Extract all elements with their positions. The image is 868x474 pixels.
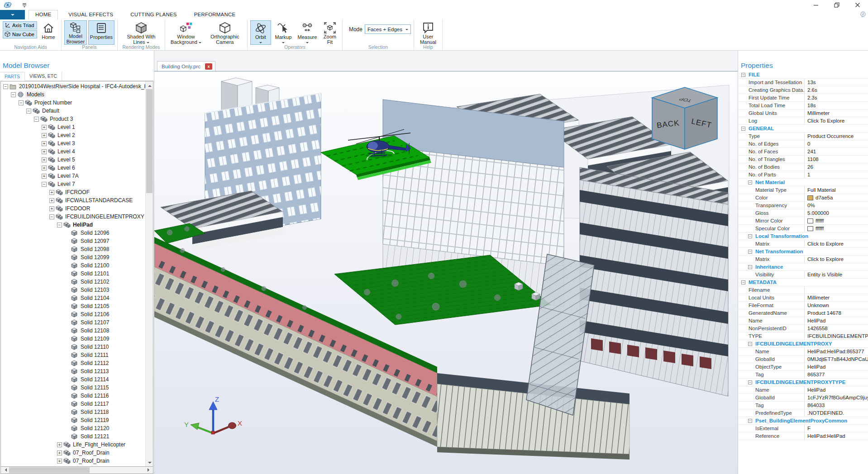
- tree-item[interactable]: −20190104WestRiverSide Hospital - IFC4-A…: [1, 82, 145, 90]
- tree-expander-icon[interactable]: +: [42, 174, 47, 179]
- building-3d-scene[interactable]: BACK LEFT TOP Z Y: [154, 71, 738, 474]
- quick-access-toolbar-icon[interactable]: [22, 2, 27, 8]
- collapse-icon[interactable]: −: [741, 127, 745, 131]
- tree-expander-icon[interactable]: +: [57, 442, 62, 447]
- collapse-icon[interactable]: −: [748, 265, 752, 269]
- tree-expander-icon[interactable]: −: [49, 214, 54, 219]
- tab-visual-effects[interactable]: VISUAL EFFECTS: [62, 10, 120, 19]
- tree-item[interactable]: Solid 12119: [1, 416, 145, 424]
- shaded-with-lines-button[interactable]: Shaded With Lines: [120, 20, 162, 45]
- tree-item[interactable]: Solid 12105: [1, 302, 145, 310]
- tree-item[interactable]: +Life_Flight_Helicopter: [1, 441, 145, 449]
- markup-button[interactable]: Markup: [272, 20, 294, 45]
- tree-expander-icon[interactable]: −: [19, 100, 24, 105]
- tree-item[interactable]: +IFCROOF: [1, 188, 145, 196]
- tree-item[interactable]: Solid 12117: [1, 400, 145, 408]
- tree-item[interactable]: +07_Roof_Drain: [1, 457, 145, 465]
- tree-expander-icon[interactable]: −: [34, 117, 39, 122]
- tree-item[interactable]: −Default: [1, 107, 145, 115]
- collapse-icon[interactable]: −: [741, 280, 745, 284]
- tree-item[interactable]: Solid 12106: [1, 310, 145, 318]
- home-button[interactable]: Home: [38, 20, 58, 45]
- tree-item[interactable]: −Models: [1, 90, 145, 99]
- tree-item[interactable]: +Level 6: [1, 164, 145, 172]
- scroll-up-icon[interactable]: [146, 81, 153, 89]
- tree-expander-icon[interactable]: +: [57, 459, 62, 464]
- collapse-icon[interactable]: −: [748, 250, 752, 254]
- tree-item[interactable]: −Product 3: [1, 115, 145, 123]
- tree-item[interactable]: Solid 12121: [1, 432, 145, 441]
- tree-item[interactable]: +07_Roof_Drain: [1, 449, 145, 457]
- tree-expander-icon[interactable]: +: [42, 125, 47, 130]
- tree-item[interactable]: −Project Number: [1, 99, 145, 107]
- tree-item[interactable]: Solid 12118: [1, 408, 145, 416]
- tree-item[interactable]: +Level 5: [1, 156, 145, 164]
- tab-parts[interactable]: PARTS: [0, 72, 25, 81]
- tree-expander-icon[interactable]: −: [11, 92, 16, 97]
- tree-expander-icon[interactable]: +: [49, 190, 54, 195]
- tab-home[interactable]: HOME: [29, 10, 58, 19]
- tree-item[interactable]: Solid 12096: [1, 229, 145, 237]
- property-value[interactable]: Click To Explore: [804, 117, 868, 124]
- tree-item[interactable]: Solid 12116: [1, 392, 145, 400]
- tree-item[interactable]: Solid 12120: [1, 424, 145, 432]
- tree-expander-icon[interactable]: −: [26, 109, 31, 114]
- scroll-down-icon[interactable]: [146, 459, 153, 466]
- close-button[interactable]: [847, 0, 868, 10]
- tree-item[interactable]: Solid 12101: [1, 270, 145, 278]
- nav-cube[interactable]: BACK LEFT TOP: [652, 87, 717, 149]
- tree-item[interactable]: Solid 12115: [1, 384, 145, 392]
- tree-expander-icon[interactable]: −: [57, 223, 62, 228]
- tree-item[interactable]: +Level 1: [1, 123, 145, 131]
- collapse-icon[interactable]: −: [748, 419, 752, 423]
- collapse-icon[interactable]: −: [748, 380, 752, 384]
- tree-item[interactable]: −Level 7: [1, 180, 145, 188]
- scrollbar-thumb[interactable]: [9, 467, 90, 473]
- tree-expander-icon[interactable]: +: [42, 133, 47, 138]
- scroll-left-icon[interactable]: [1, 467, 9, 473]
- info-icon[interactable]: i: [860, 11, 866, 19]
- tree-item[interactable]: Solid 12104: [1, 294, 145, 302]
- restore-button[interactable]: [826, 0, 847, 10]
- tree-item[interactable]: +IFCWALLSTANDARDCASE: [1, 196, 145, 204]
- orbit-button[interactable]: Orbit: [250, 20, 271, 45]
- nav-cube-button[interactable]: Nav Cube: [3, 30, 37, 38]
- mode-select[interactable]: Faces + Edges: [365, 24, 411, 34]
- window-background-button[interactable]: Window Background: [168, 20, 204, 45]
- model-browser-button[interactable]: Model Browser: [64, 20, 87, 45]
- measure-button[interactable]: Measure: [296, 20, 319, 45]
- tree-item[interactable]: Solid 12102: [1, 278, 145, 286]
- collapse-icon[interactable]: −: [741, 73, 745, 77]
- tree-item[interactable]: Solid 12114: [1, 375, 145, 384]
- tree-item[interactable]: Solid 12111: [1, 351, 145, 359]
- collapse-icon[interactable]: −: [748, 234, 752, 238]
- orthographic-camera-button[interactable]: Orthographic Camera: [205, 20, 244, 45]
- minimize-button[interactable]: [806, 0, 826, 10]
- tree-expander-icon[interactable]: +: [42, 157, 47, 162]
- tree-expander-icon[interactable]: +: [42, 141, 47, 146]
- tab-performance[interactable]: PERFORMANCE: [187, 10, 243, 19]
- scrollbar-thumb[interactable]: [146, 89, 153, 193]
- tree-item[interactable]: +Level 4: [1, 147, 145, 156]
- scroll-right-icon[interactable]: [145, 467, 153, 473]
- viewport-3d[interactable]: BACK LEFT TOP Z Y: [154, 71, 738, 474]
- tree-item[interactable]: Solid 12100: [1, 261, 145, 270]
- document-tab[interactable]: Building Only.prc x: [157, 61, 215, 71]
- tree-item[interactable]: +IFCDOOR: [1, 204, 145, 213]
- tree-item[interactable]: Solid 12109: [1, 335, 145, 343]
- axis-triad-button[interactable]: Axis Triad: [3, 21, 37, 29]
- tree-item[interactable]: +Level 7A: [1, 172, 145, 180]
- tab-views-etc[interactable]: VIEWS, ETC: [25, 72, 62, 81]
- tree-item[interactable]: Solid 12097: [1, 237, 145, 245]
- collapse-icon[interactable]: −: [748, 180, 752, 185]
- tree-expander-icon[interactable]: +: [57, 450, 62, 455]
- property-value[interactable]: Click to Explore: [804, 256, 868, 263]
- tree-item[interactable]: Solid 12099: [1, 253, 145, 261]
- tree-item[interactable]: Solid 12103: [1, 286, 145, 294]
- tree-expander-icon[interactable]: −: [42, 182, 47, 187]
- user-manual-button[interactable]: User Manual: [417, 20, 439, 45]
- property-value[interactable]: Click to Explore: [804, 240, 868, 247]
- tree-expander-icon[interactable]: −: [3, 84, 8, 89]
- tree-item[interactable]: −HeliPad: [1, 221, 145, 229]
- tree-item[interactable]: Solid 12112: [1, 359, 145, 367]
